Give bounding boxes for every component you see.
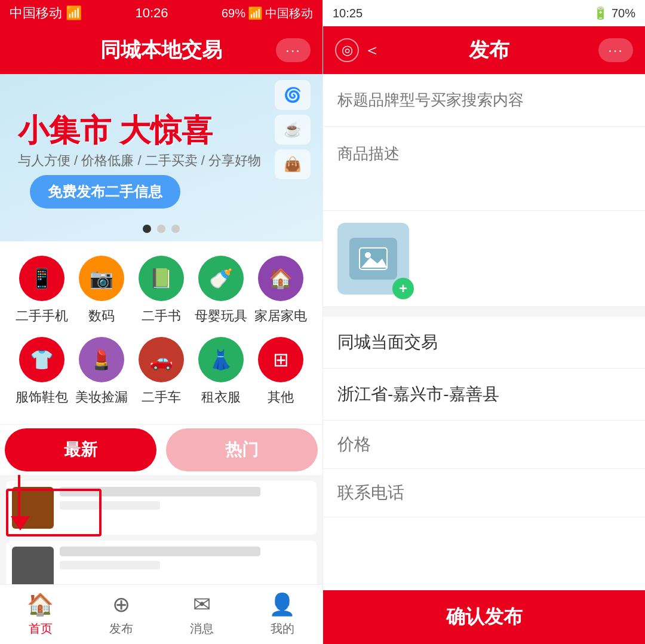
phone-input[interactable] (337, 483, 631, 502)
left-status-left: 中国移动 📶 (10, 4, 82, 22)
category-icon-other: ⊞ (258, 337, 303, 382)
nav-mine-label: 我的 (271, 621, 294, 637)
category-icon-fashion: 👕 (19, 337, 64, 382)
upload-box[interactable]: + (337, 223, 409, 295)
left-status-bar: 中国移动 📶 10:26 69% 📶 中国移动 (0, 0, 322, 26)
image-icon (358, 247, 388, 271)
right-time: 10:25 (333, 7, 363, 20)
nav-publish[interactable]: ⊕ 发布 (81, 592, 161, 637)
price-row (323, 421, 645, 469)
category-label-appliance: 家居家电 (254, 307, 307, 325)
category-label-other: 其他 (268, 388, 294, 406)
upload-plus-icon[interactable]: + (392, 278, 414, 299)
location-type-label: 同城当面交易 (337, 333, 438, 351)
title-input[interactable] (337, 91, 631, 109)
right-battery: 70% (612, 7, 635, 20)
nav-home[interactable]: 🏠 首页 (0, 592, 81, 637)
right-header-title: 发布 (469, 36, 509, 64)
tabs-bar: 最新 热门 (0, 424, 322, 475)
banner-dot-2[interactable] (157, 225, 165, 233)
wifi-icon: 📶 (66, 5, 82, 21)
deco-bag: 👜 (275, 149, 311, 179)
category-beauty[interactable]: 💄 美妆捡漏 (72, 337, 131, 406)
record-icon: ◎ (335, 38, 359, 62)
nav-mine[interactable]: 👤 我的 (242, 592, 322, 637)
category-phone[interactable]: 📱 二手手机 (12, 256, 72, 325)
category-label-phone: 二手手机 (16, 307, 68, 325)
carrier-left: 中国移动 (10, 4, 62, 22)
category-fashion[interactable]: 👕 服饰鞋包 (12, 337, 72, 406)
tab-newest[interactable]: 最新 (5, 428, 156, 471)
category-label-fashion: 服饰鞋包 (16, 388, 68, 406)
left-status-right: 69% 📶 中国移动 (222, 5, 313, 22)
category-baby[interactable]: 🍼 母婴玩具 (191, 256, 251, 325)
nav-publish-label: 发布 (109, 621, 133, 637)
list-title-2 (60, 547, 260, 556)
location-row[interactable]: 浙江省-嘉兴市-嘉善县 (323, 369, 645, 421)
deco-fan: 🌀 (275, 80, 311, 110)
list-item-2[interactable] (6, 541, 317, 584)
right-app-header: ◎ ＜ 发布 ··· (323, 26, 645, 74)
category-car[interactable]: 🚗 二手车 (131, 337, 191, 406)
location-type-row: 同城当面交易 (323, 317, 645, 369)
nav-message-label: 消息 (190, 621, 214, 637)
desc-field (323, 127, 645, 211)
category-icon-appliance: 🏠 (258, 256, 303, 301)
banner-dot-3[interactable] (171, 225, 180, 233)
right-status-right: 🔋 70% (593, 6, 635, 20)
category-icon-beauty: 💄 (79, 337, 124, 382)
category-other[interactable]: ⊞ 其他 (251, 337, 311, 406)
signal-icon-left: 📶 (248, 6, 263, 20)
category-digital[interactable]: 📷 数码 (72, 256, 131, 325)
left-app-header: 同城本地交易 ··· (0, 26, 322, 74)
bottom-nav: 🏠 首页 ⊕ 发布 ✉ 消息 👤 我的 (0, 584, 322, 644)
title-field (323, 74, 645, 127)
banner-main-text: 小集市 大惊喜 (18, 110, 213, 152)
left-panel: 中国移动 📶 10:26 69% 📶 中国移动 同城本地交易 ··· 小集市 大… (0, 0, 322, 644)
mine-icon: 👤 (269, 592, 296, 617)
category-icon-rent: 👗 (198, 337, 244, 382)
banner-sub-text: 与人方便 / 价格低廉 / 二手买卖 / 分享好物 (18, 152, 261, 170)
category-icon-digital: 📷 (79, 256, 124, 301)
right-header-back[interactable]: ◎ ＜ (335, 38, 380, 62)
back-chevron: ＜ (364, 39, 380, 62)
category-icon-phone: 📱 (19, 256, 64, 301)
category-label-car: 二手车 (142, 388, 181, 406)
banner-dot-1[interactable] (143, 225, 151, 233)
nav-message[interactable]: ✉ 消息 (161, 592, 242, 637)
category-appliance[interactable]: 🏠 家居家电 (251, 256, 311, 325)
price-input[interactable] (337, 435, 631, 454)
annotation-arrow-line (18, 475, 20, 519)
time-left: 10:26 (135, 5, 168, 21)
banner-decorations: 🌀 ☕ 👜 (275, 80, 311, 179)
publish-icon: ⊕ (112, 592, 130, 617)
category-icon-baby: 🍼 (198, 256, 244, 301)
category-books[interactable]: 📗 二手书 (131, 256, 191, 325)
section-divider-1 (323, 307, 645, 317)
category-label-digital: 数码 (88, 307, 115, 325)
image-upload-area: + (323, 211, 645, 307)
message-icon: ✉ (193, 592, 211, 617)
deco-kettle: ☕ (275, 115, 311, 145)
right-header-dots[interactable]: ··· (598, 38, 633, 62)
category-icon-books: 📗 (139, 256, 184, 301)
category-rent-clothes[interactable]: 👗 租衣服 (191, 337, 251, 406)
svg-point-1 (365, 252, 371, 258)
list-thumb-2 (12, 547, 54, 584)
carrier2-left: 中国移动 (265, 5, 313, 22)
tab-hot[interactable]: 热门 (166, 428, 318, 471)
banner: 小集市 大惊喜 与人方便 / 价格低廉 / 二手买卖 / 分享好物 免费发布二手… (0, 74, 322, 241)
app-title: 同城本地交易 (100, 36, 222, 64)
submit-button[interactable]: 确认发布 (323, 590, 645, 644)
category-label-baby: 母婴玩具 (195, 307, 247, 325)
right-status-bar: 10:25 🔋 70% (323, 0, 645, 26)
nav-home-label: 首页 (29, 621, 53, 637)
header-menu-dots[interactable]: ··· (276, 38, 311, 62)
banner-button[interactable]: 免费发布二手信息 (30, 175, 180, 208)
form-area: + 同城当面交易 浙江省-嘉兴市-嘉善县 确认发布 (323, 74, 645, 644)
category-grid: 📱 二手手机 📷 数码 📗 二手书 🍼 母婴玩具 🏠 家居家电 👕 (0, 241, 322, 424)
category-row-1: 📱 二手手机 📷 数码 📗 二手书 🍼 母婴玩具 🏠 家居家电 (12, 256, 311, 325)
desc-input[interactable] (337, 143, 631, 191)
category-label-books: 二手书 (142, 307, 181, 325)
home-icon: 🏠 (27, 592, 54, 617)
